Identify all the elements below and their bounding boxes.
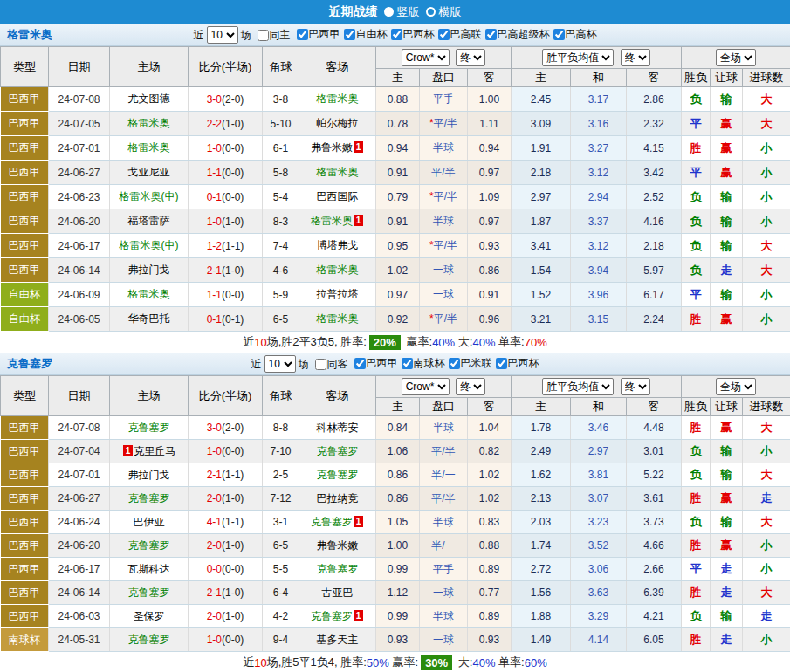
ah-line: *平/半 <box>420 112 468 136</box>
home-team: 克鲁塞罗 <box>110 628 189 652</box>
match-date: 24-06-03 <box>49 605 110 628</box>
league-checkbox-input[interactable] <box>402 358 413 369</box>
layout-horizontal-option[interactable]: 横版 <box>426 4 462 20</box>
league-checkbox[interactable]: 巴西杯 <box>496 356 539 371</box>
same-venue-checkbox-input[interactable] <box>258 30 269 41</box>
team-label: 克鲁塞罗 <box>311 610 353 622</box>
scope-select[interactable]: 全场 <box>716 378 756 395</box>
match-row: 巴西甲24-06-03圣保罗2-0(1-0)4-2克鲁塞罗10.99半球0.89… <box>1 605 790 628</box>
ah-away-odds: 0.97 <box>468 209 512 234</box>
league-badge: 巴西甲 <box>1 416 49 440</box>
match-date: 24-06-17 <box>49 234 110 258</box>
same-venue-checkbox[interactable]: 同客 <box>315 357 348 372</box>
league-checkbox[interactable]: 巴米联 <box>449 356 492 371</box>
avg-time-select[interactable]: 终 <box>621 49 650 66</box>
league-checkbox[interactable]: 巴高联 <box>438 27 482 42</box>
league-checkbox[interactable]: 南球杯 <box>402 356 445 371</box>
match-date: 24-07-05 <box>49 112 110 136</box>
summary-segment: 近 <box>243 655 254 670</box>
recent-count-select[interactable]: 10 <box>264 355 296 373</box>
layout-vertical-option[interactable]: 竖版 <box>384 4 420 20</box>
odds-company-select[interactable]: Crow* <box>402 49 450 66</box>
home-team: 克鲁塞罗 <box>110 487 189 511</box>
league-checkbox[interactable]: 巴西甲 <box>297 27 340 42</box>
league-checkbox[interactable]: 巴西甲 <box>354 356 398 371</box>
col-avg-draw: 和 <box>571 69 627 87</box>
league-checkbox-input[interactable] <box>438 29 450 40</box>
avg-draw-odds: 3.16 <box>571 112 627 136</box>
match-date: 24-06-23 <box>49 185 110 209</box>
league-checkbox-input[interactable] <box>485 29 497 40</box>
summary-segment: 赢率: <box>403 334 432 350</box>
ah-away-odds: 0.96 <box>468 307 512 332</box>
league-checkbox[interactable]: 自由杯 <box>344 27 388 42</box>
result-wdl: 负 <box>682 463 711 487</box>
league-checkbox[interactable]: 巴高杯 <box>553 27 597 42</box>
col-score: 比分(半场) <box>189 376 263 416</box>
result-handicap: 输 <box>711 283 743 307</box>
handicap-time-select[interactable]: 终 <box>456 378 485 395</box>
handicap-time-select[interactable]: 终 <box>456 49 485 66</box>
home-team: 弗拉门戈 <box>110 258 189 283</box>
same-venue-checkbox-input[interactable] <box>315 359 326 370</box>
ah-line: *平/半 <box>420 185 468 209</box>
away-team: 克鲁塞罗 <box>299 558 376 581</box>
radio-horizontal-label: 横版 <box>439 4 462 20</box>
league-checkbox-input[interactable] <box>354 358 366 369</box>
team-label: 克鲁塞罗 <box>128 539 170 552</box>
matches-body: 巴西甲24-07-08克鲁塞罗3-0(2-0)8-8科林蒂安0.84半球1.04… <box>1 416 790 652</box>
same-venue-checkbox[interactable]: 同主 <box>258 28 291 43</box>
home-team: 圣保罗 <box>110 605 189 628</box>
score-cell: 3-0(2-0) <box>189 87 263 112</box>
league-checkbox[interactable]: 巴西杯 <box>391 27 435 42</box>
avg-home-odds: 1.52 <box>512 283 571 307</box>
radio-selected-icon[interactable] <box>384 7 394 17</box>
avg-away-odds: 3.42 <box>627 161 682 185</box>
avg-draw-odds: 3.63 <box>571 581 627 605</box>
col-date: 日期 <box>49 376 110 416</box>
col-type: 类型 <box>1 376 49 416</box>
avg-away-odds: 6.05 <box>627 628 682 652</box>
away-team: 格雷米奥 <box>299 307 376 332</box>
team-label: 克鲁塞罗 <box>311 516 353 528</box>
match-date: 24-06-17 <box>49 558 110 581</box>
handicap-controls: Crow* 终 <box>376 376 512 398</box>
team-label: 格雷米奥 <box>128 117 170 129</box>
result-handicap: 输 <box>711 605 743 628</box>
summary-segment: 70% <box>525 336 547 349</box>
league-checkbox-input[interactable] <box>391 29 402 40</box>
scope-select[interactable]: 全场 <box>716 49 756 66</box>
away-team: 古亚巴 <box>299 581 376 605</box>
result-goals: 小 <box>743 628 790 652</box>
ah-home-odds: 1.12 <box>376 581 420 605</box>
recent-count-select[interactable]: 10 <box>207 26 238 44</box>
league-checkbox-input[interactable] <box>553 29 565 40</box>
avg-odds-select[interactable]: 胜平负均值 <box>542 378 614 395</box>
league-checkbox-label: 巴西杯 <box>403 27 435 42</box>
league-checkbox-input[interactable] <box>496 358 507 369</box>
corner-cell: 8-8 <box>263 416 299 440</box>
home-team: 格雷米奥(中) <box>110 234 189 258</box>
avg-time-select[interactable]: 终 <box>621 378 650 395</box>
corner-cell: 7-12 <box>263 487 299 511</box>
avg-odds-select[interactable]: 胜平负均值 <box>542 49 614 66</box>
ah-line: 平手 <box>420 87 468 112</box>
odds-company-select[interactable]: Crow* <box>402 378 450 395</box>
league-checkbox[interactable]: 巴高超级杯 <box>485 27 550 42</box>
league-checkbox-label: 巴高超级杯 <box>498 27 550 42</box>
avg-home-odds: 2.45 <box>512 87 571 112</box>
league-checkbox-input[interactable] <box>344 29 355 40</box>
col-avg-home: 主 <box>512 398 571 416</box>
team-label: 科林蒂安 <box>317 422 359 434</box>
league-badge: 南球杯 <box>1 628 49 652</box>
ah-line: 半/一 <box>420 534 468 558</box>
radio-unselected-icon[interactable] <box>426 7 436 17</box>
league-checkbox-input[interactable] <box>297 29 308 40</box>
avg-away-odds: 4.66 <box>627 534 682 558</box>
league-checkbox-input[interactable] <box>449 358 460 369</box>
avg-away-odds: 4.15 <box>627 136 682 161</box>
corner-cell: 5-9 <box>263 283 299 307</box>
score-cell: 1-1(0-0) <box>189 161 263 185</box>
red-card-badge: 1 <box>354 215 363 226</box>
result-wdl: 负 <box>682 87 711 112</box>
